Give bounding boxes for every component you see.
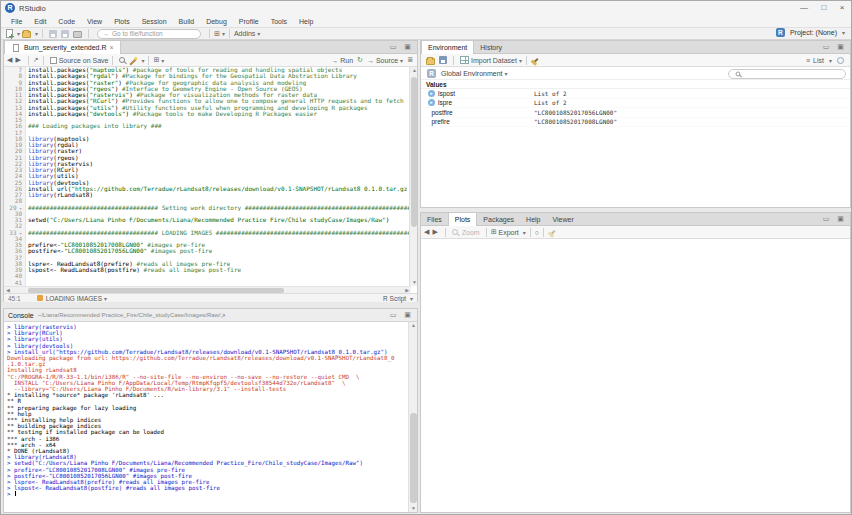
import-dataset-icon[interactable]	[460, 56, 469, 64]
menu-tools[interactable]: Tools	[265, 18, 293, 25]
export-caret-icon[interactable]: ▾	[523, 229, 526, 236]
export-button[interactable]: Export	[499, 229, 519, 236]
editor-vscroll-thumb[interactable]	[411, 77, 417, 227]
console-vertical-scrollbar[interactable]: ▲ ▼	[408, 322, 417, 512]
code-token: library	[28, 136, 53, 142]
environment-pane-controls[interactable]: ▭ ▣	[823, 43, 847, 51]
code-tools-caret-icon[interactable]: ▾	[141, 57, 144, 64]
environment-object-row[interactable]: prefire"LC80010852017008LGN00"	[421, 118, 850, 128]
source-on-save-checkbox[interactable]	[50, 57, 57, 64]
load-workspace-icon[interactable]	[426, 58, 435, 65]
save-workspace-icon[interactable]	[439, 56, 447, 64]
open-file-caret-icon[interactable]: ▾	[35, 30, 38, 37]
clear-plots-icon[interactable]	[551, 230, 556, 235]
expand-object-icon[interactable]: ▸	[428, 99, 435, 106]
zoom-plot-icon[interactable]	[452, 229, 458, 235]
console-pane-controls[interactable]: ▭ ▣	[390, 311, 414, 319]
import-dataset-caret-icon[interactable]: ▾	[519, 57, 522, 64]
code-editor-surface[interactable]: 7install.packages("maptools") #package o…	[4, 67, 411, 286]
menu-view[interactable]: View	[81, 18, 108, 25]
menu-edit[interactable]: Edit	[28, 18, 52, 25]
panes-grid-icon[interactable]: ⊞	[214, 30, 220, 38]
source-button[interactable]: → Source▾	[367, 57, 403, 64]
clear-workspace-icon[interactable]	[533, 58, 538, 63]
menu-profile[interactable]: Profile	[233, 18, 265, 25]
tab-viewer[interactable]: Viewer	[547, 213, 580, 225]
scroll-up-icon[interactable]: ▲	[412, 67, 417, 74]
console-prompt[interactable]: >	[7, 491, 408, 497]
code-token: library	[28, 180, 53, 186]
zoom-plot-button[interactable]: Zoom	[462, 229, 480, 236]
plot-forward-icon[interactable]: ▶	[432, 228, 437, 236]
environment-pane: EnvironmentHistory▭ ▣ Import Dataset ▾ ≡…	[420, 40, 851, 208]
code-tools-icon[interactable]	[130, 58, 137, 65]
section-navigator[interactable]: LOADING IMAGES ▾	[35, 295, 107, 302]
goto-file-input[interactable]: → Go to file/function	[97, 29, 201, 39]
console-popout-icon[interactable]: ↗	[221, 312, 226, 319]
forward-icon[interactable]: ▶	[15, 56, 20, 64]
refresh-icon[interactable]	[837, 57, 844, 64]
new-file-icon[interactable]	[6, 29, 13, 38]
run-button[interactable]: → Run	[331, 57, 353, 64]
addins-caret-icon[interactable]: ▾	[257, 30, 260, 37]
console-output[interactable]: > library(rastervis)> library(RCurl)> li…	[4, 322, 408, 512]
environment-scope-selector[interactable]: Global Environment	[441, 70, 502, 77]
tab-packages[interactable]: Packages	[477, 213, 520, 225]
scroll-down-icon[interactable]: ▼	[412, 279, 417, 286]
compile-report-icon[interactable]: ⊞	[153, 56, 159, 64]
console-scroll-up-icon[interactable]: ▲	[411, 322, 416, 329]
panes-caret-icon[interactable]: ▾	[222, 30, 225, 37]
find-replace-icon[interactable]	[119, 57, 125, 63]
addins-button[interactable]: Addins	[234, 30, 255, 37]
environment-object-row[interactable]: ▸lspostList of 2	[421, 89, 850, 99]
save-all-icon[interactable]	[61, 30, 69, 38]
plot-back-icon[interactable]: ◀	[424, 228, 429, 236]
rerun-icon[interactable]: ↻	[357, 56, 363, 64]
compile-report-caret-icon[interactable]: ▾	[161, 57, 164, 64]
environment-object-row[interactable]: postfire"LC80010852017056LGN00"	[421, 108, 850, 118]
editor-horizontal-scrollbar[interactable]: ◀ ▶	[4, 286, 411, 293]
menu-code[interactable]: Code	[52, 18, 81, 25]
outline-icon[interactable]: ≣	[407, 56, 413, 64]
view-mode-selector[interactable]: List	[813, 57, 824, 64]
editor-tab[interactable]: Burn_severity_extended.R ×	[4, 41, 121, 54]
menu-build[interactable]: Build	[173, 18, 201, 25]
back-icon[interactable]: ◀	[7, 56, 12, 64]
expand-object-icon[interactable]: ▸	[428, 90, 435, 97]
menu-session[interactable]: Session	[136, 18, 173, 25]
save-icon[interactable]	[49, 30, 57, 38]
import-dataset-button[interactable]: Import Dataset	[471, 57, 517, 64]
files-pane-controls[interactable]: ▭ ▣	[823, 215, 847, 223]
object-value: "LC80010852017056LGN00"	[534, 109, 617, 116]
close-button[interactable]: ×	[833, 2, 851, 14]
console-scroll-down-icon[interactable]: ▼	[411, 505, 416, 512]
popout-icon[interactable]: ↗	[33, 56, 39, 64]
tab-help[interactable]: Help	[520, 213, 546, 225]
menu-plots[interactable]: Plots	[108, 18, 136, 25]
tab-history[interactable]: History	[474, 41, 508, 53]
remove-plot-icon[interactable]: ○	[535, 229, 539, 236]
menu-file[interactable]: File	[5, 18, 28, 25]
project-selector[interactable]: R Project: (None) ▾	[774, 28, 845, 37]
environment-object-row[interactable]: ▸lspreList of 2	[421, 99, 850, 109]
menu-debug[interactable]: Debug	[200, 18, 233, 25]
code-token: (utils)	[53, 173, 78, 179]
file-type-selector[interactable]: R Script ▾	[383, 295, 413, 302]
menu-help[interactable]: Help	[293, 18, 319, 25]
editor-pane-controls[interactable]: ▭ ▣	[390, 43, 414, 51]
code-token: )	[115, 98, 122, 104]
maximize-button[interactable]: □	[815, 2, 833, 14]
print-icon[interactable]	[73, 31, 82, 38]
tab-environment[interactable]: Environment	[421, 41, 474, 54]
tab-close-icon[interactable]: ×	[110, 44, 114, 51]
environment-search-input[interactable]	[728, 69, 846, 79]
editor-vertical-scrollbar[interactable]: ▲ ▼	[409, 67, 417, 286]
tab-plots[interactable]: Plots	[448, 213, 478, 226]
minimize-button[interactable]: —	[795, 2, 813, 14]
open-file-icon[interactable]	[22, 31, 31, 38]
console-vscroll-thumb[interactable]	[410, 413, 417, 503]
new-file-caret-icon[interactable]: ▾	[17, 30, 20, 37]
tab-files[interactable]: Files	[421, 213, 448, 225]
view-mode-caret-icon[interactable]: ▾	[829, 57, 832, 64]
scope-caret-icon[interactable]: ▾	[504, 70, 507, 77]
